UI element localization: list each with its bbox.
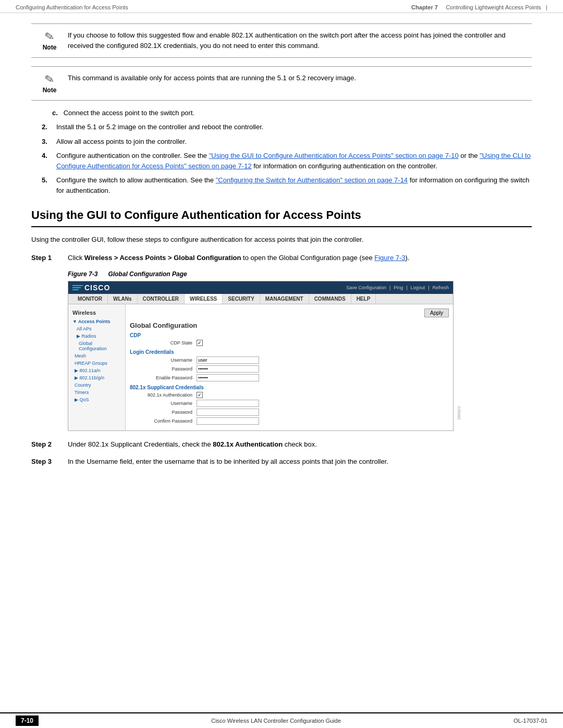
sidebar-country[interactable]: Country xyxy=(68,381,125,389)
enable-password-row: Enable Password xyxy=(130,374,449,381)
step-3-proc-content: In the Username field, enter the usernam… xyxy=(68,456,532,467)
step-3-num: 3. xyxy=(42,137,56,147)
password-label: Password xyxy=(130,366,192,372)
menu-monitor[interactable]: MONITOR xyxy=(72,294,108,304)
sidebar-80211an[interactable]: ▶ 802.11a/n xyxy=(68,367,125,374)
cisco-main-panel: Apply Global Configuration CDP CDP State… xyxy=(126,304,453,430)
step-4-link1[interactable]: "Using the GUI to Configure Authenticati… xyxy=(209,152,459,159)
sidebar-hreap[interactable]: HREAP Groups xyxy=(68,360,125,367)
figure-title: Global Configuration Page xyxy=(108,270,187,278)
dot1x-password-row: Password xyxy=(130,409,449,416)
logo-bar-1 xyxy=(72,285,83,286)
sidebar-access-points[interactable]: ▼ Access Points xyxy=(68,318,125,325)
step-c: c. Connect the access point to the switc… xyxy=(52,109,532,117)
apply-button[interactable]: Apply xyxy=(424,309,449,317)
dot1x-auth-row: 802.1x Authentication ✓ xyxy=(130,392,449,398)
note-1-icon-col: ✎ Note xyxy=(31,30,68,51)
procedure-step-1: Step 1 Click Wireless > Access Points > … xyxy=(31,253,532,263)
username-label: Username xyxy=(130,357,192,363)
note-2-icon-col: ✎ Note xyxy=(31,73,68,94)
apply-row: Apply xyxy=(130,309,449,317)
menu-wlans[interactable]: WLANs xyxy=(108,294,138,304)
menu-controller[interactable]: CONTROLLER xyxy=(138,294,185,304)
username-input[interactable] xyxy=(197,356,259,364)
enable-password-input[interactable] xyxy=(197,374,259,381)
nav-ping[interactable]: Ping xyxy=(394,285,403,290)
dot1x-confirm-input[interactable] xyxy=(197,417,259,425)
sidebar-title: Wireless xyxy=(68,307,125,318)
sidebar-qos[interactable]: ▶ QoS xyxy=(68,396,125,403)
chapter-header: Chapter 7 Controlling Lightweight Access… xyxy=(411,4,547,10)
dot1x-username-row: Username xyxy=(130,400,449,407)
dot1x-password-input[interactable] xyxy=(197,409,259,416)
footer-page-num: 7-10 xyxy=(16,715,39,726)
nav-logout[interactable]: Logout xyxy=(411,285,425,290)
cisco-nav-links: Save Configuration | Ping | Logout | Ref… xyxy=(346,285,449,290)
dot1x-username-input[interactable] xyxy=(197,400,259,407)
step-5-body: Configure the switch to allow authentica… xyxy=(56,175,532,195)
cisco-topbar: CISCO Save Configuration | Ping | Logout… xyxy=(68,281,453,294)
step-c-text: Connect the access point to the switch p… xyxy=(64,109,194,117)
step-2-body: Install the 5.1 or 5.2 image on the cont… xyxy=(56,122,532,132)
section-breadcrumb: Configuring Authentication for Access Po… xyxy=(16,4,128,10)
breadcrumb-header: Configuring Authentication for Access Po… xyxy=(16,4,128,10)
enable-password-label: Enable Password xyxy=(130,375,192,380)
footer-doc-title: Cisco Wireless LAN Controller Configurat… xyxy=(211,718,341,724)
chapter-label: Chapter 7 xyxy=(411,4,438,10)
logo-bar-2 xyxy=(72,287,81,288)
main-steps: 2. Install the 5.1 or 5.2 image on the c… xyxy=(42,122,532,195)
menu-help[interactable]: HELP xyxy=(351,294,376,304)
step-5-link1[interactable]: "Configuring the Switch for Authenticati… xyxy=(216,176,408,184)
section-heading: Using the GUI to Configure Authenticatio… xyxy=(31,208,532,227)
main-content: ✎ Note If you choose to follow this sugg… xyxy=(0,13,563,495)
password-row: Password xyxy=(130,365,449,373)
step-2-proc-label: Step 2 xyxy=(31,439,68,450)
figure-num: Figure 7-3 xyxy=(68,270,97,278)
cdp-state-checkbox[interactable]: ✓ xyxy=(197,340,203,346)
figure-watermark: 280622 xyxy=(457,406,461,420)
nav-refresh[interactable]: Refresh xyxy=(432,285,449,290)
note-1: ✎ Note If you choose to follow this sugg… xyxy=(31,23,532,58)
cisco-body: Wireless ▼ Access Points All APs ▶ Radio… xyxy=(68,304,453,430)
password-input[interactable] xyxy=(197,365,259,373)
sidebar-80211bgn[interactable]: ▶ 802.11b/g/n xyxy=(68,374,125,381)
procedure-step-3: Step 3 In the Username field, enter the … xyxy=(31,456,532,467)
sidebar-radios[interactable]: ▶ Radios xyxy=(68,332,125,340)
chapter-title: Controlling Lightweight Access Points xyxy=(446,4,541,10)
step-2-num: 2. xyxy=(42,122,56,132)
section-intro: Using the controller GUI, follow these s… xyxy=(31,235,532,245)
cdp-state-row: CDP State ✓ xyxy=(130,340,449,346)
dot1x-confirm-label: Confirm Password xyxy=(130,418,192,424)
dot1x-auth-checkbox[interactable]: ✓ xyxy=(197,392,203,398)
cdp-state-label: CDP State xyxy=(130,340,192,346)
step-3-body: Allow all access points to join the cont… xyxy=(56,137,532,147)
note-1-label: Note xyxy=(43,44,57,51)
sidebar-all-aps[interactable]: All APs xyxy=(68,325,125,332)
menu-commands[interactable]: COMMANDS xyxy=(309,294,351,304)
logo-bar-3 xyxy=(72,289,79,290)
dot1x-auth-label: 802.1x Authentication xyxy=(130,392,192,398)
dot1x-confirm-row: Confirm Password xyxy=(130,417,449,425)
note-2-label: Note xyxy=(43,87,57,94)
note-pencil-icon-2: ✎ xyxy=(44,73,55,87)
cisco-logo-bars xyxy=(72,285,83,290)
page-header: Configuring Authentication for Access Po… xyxy=(0,0,563,13)
menu-security[interactable]: SECURITY xyxy=(223,294,260,304)
cisco-logo: CISCO xyxy=(72,283,110,292)
sidebar-timers[interactable]: Timers xyxy=(68,389,125,396)
nav-separator: | xyxy=(389,285,390,290)
menu-management[interactable]: MANAGEMENT xyxy=(260,294,309,304)
nav-save[interactable]: Save Configuration xyxy=(346,285,386,290)
username-row: Username xyxy=(130,356,449,364)
menu-wireless[interactable]: WIRELESS xyxy=(185,294,223,304)
step-5-num: 5. xyxy=(42,175,56,186)
figure-link[interactable]: Figure 7-3 xyxy=(374,254,405,262)
note-1-content: If you choose to follow this suggested f… xyxy=(68,30,532,51)
step-4-num: 4. xyxy=(42,151,56,161)
login-section-title: Login Credentials xyxy=(130,349,449,355)
sidebar-global-config[interactable]: Global Configuration xyxy=(68,340,125,352)
sidebar-mesh[interactable]: Mesh xyxy=(68,352,125,360)
dot1x-username-label: Username xyxy=(130,401,192,406)
cisco-logo-text: CISCO xyxy=(84,283,110,292)
step-1-label: Step 1 xyxy=(31,253,68,263)
